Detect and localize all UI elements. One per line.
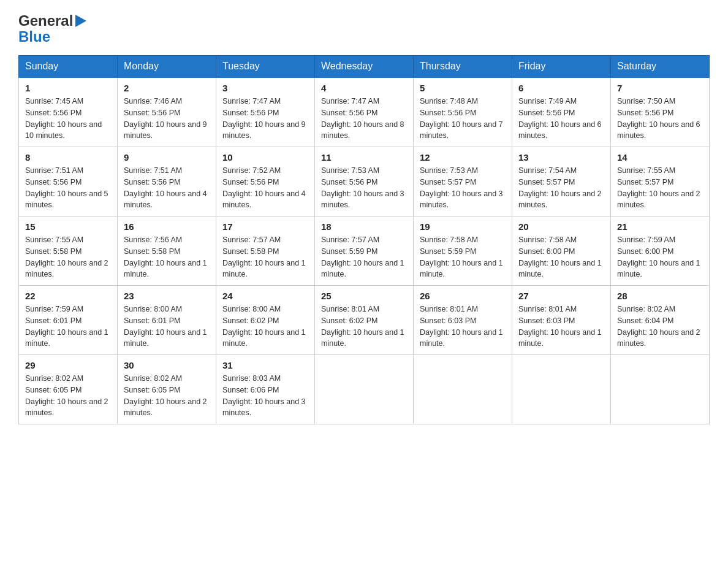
calendar-cell: 23Sunrise: 8:00 AMSunset: 6:01 PMDayligh… [118, 286, 216, 355]
day-info: Sunrise: 7:52 AMSunset: 5:56 PMDaylight:… [222, 165, 308, 211]
calendar-cell [611, 355, 710, 424]
day-info: Sunrise: 8:01 AMSunset: 6:03 PMDaylight:… [420, 304, 506, 350]
day-info: Sunrise: 7:58 AMSunset: 6:00 PMDaylight:… [518, 234, 604, 280]
day-info: Sunrise: 7:46 AMSunset: 5:56 PMDaylight:… [124, 96, 210, 142]
day-number: 31 [222, 360, 308, 370]
calendar-cell: 20Sunrise: 7:58 AMSunset: 6:00 PMDayligh… [512, 216, 611, 286]
header-sunday: Sunday [19, 56, 118, 78]
calendar-cell: 17Sunrise: 7:57 AMSunset: 5:58 PMDayligh… [216, 216, 315, 286]
day-number: 26 [420, 291, 506, 301]
calendar-cell: 13Sunrise: 7:54 AMSunset: 5:57 PMDayligh… [512, 147, 611, 216]
day-info: Sunrise: 7:53 AMSunset: 5:56 PMDaylight:… [321, 165, 407, 211]
calendar-cell: 25Sunrise: 8:01 AMSunset: 6:02 PMDayligh… [315, 286, 414, 355]
calendar-cell: 15Sunrise: 7:55 AMSunset: 5:58 PMDayligh… [19, 216, 118, 286]
day-info: Sunrise: 7:51 AMSunset: 5:56 PMDaylight:… [124, 165, 210, 211]
header-monday: Monday [118, 56, 216, 78]
logo: General Blue [18, 12, 86, 45]
calendar-cell: 5Sunrise: 7:48 AMSunset: 5:56 PMDaylight… [414, 77, 512, 147]
day-number: 6 [518, 83, 604, 93]
day-info: Sunrise: 8:02 AMSunset: 6:04 PMDaylight:… [617, 304, 703, 350]
header-saturday: Saturday [611, 56, 710, 78]
day-info: Sunrise: 7:48 AMSunset: 5:56 PMDaylight:… [420, 96, 506, 142]
calendar-cell: 18Sunrise: 7:57 AMSunset: 5:59 PMDayligh… [315, 216, 414, 286]
day-info: Sunrise: 8:00 AMSunset: 6:02 PMDaylight:… [222, 304, 308, 350]
calendar-cell: 24Sunrise: 8:00 AMSunset: 6:02 PMDayligh… [216, 286, 315, 355]
calendar-week-row: 1Sunrise: 7:45 AMSunset: 5:56 PMDaylight… [19, 77, 710, 147]
calendar-cell: 3Sunrise: 7:47 AMSunset: 5:56 PMDaylight… [216, 77, 315, 147]
day-number: 30 [124, 360, 210, 370]
day-number: 25 [321, 291, 407, 301]
calendar-cell: 4Sunrise: 7:47 AMSunset: 5:56 PMDaylight… [315, 77, 414, 147]
day-info: Sunrise: 7:47 AMSunset: 5:56 PMDaylight:… [222, 96, 308, 142]
page-header: General Blue [18, 12, 710, 45]
day-number: 22 [25, 291, 111, 301]
day-info: Sunrise: 7:59 AMSunset: 6:00 PMDaylight:… [617, 234, 703, 280]
logo-triangle-icon [75, 15, 86, 29]
calendar-cell: 12Sunrise: 7:53 AMSunset: 5:57 PMDayligh… [414, 147, 512, 216]
day-info: Sunrise: 8:01 AMSunset: 6:02 PMDaylight:… [321, 304, 407, 350]
day-number: 20 [518, 221, 604, 232]
day-number: 19 [420, 221, 506, 232]
calendar-cell: 16Sunrise: 7:56 AMSunset: 5:58 PMDayligh… [118, 216, 216, 286]
day-number: 4 [321, 83, 407, 93]
day-info: Sunrise: 7:51 AMSunset: 5:56 PMDaylight:… [25, 165, 111, 211]
day-info: Sunrise: 7:55 AMSunset: 5:57 PMDaylight:… [617, 165, 703, 211]
day-info: Sunrise: 7:54 AMSunset: 5:57 PMDaylight:… [518, 165, 604, 211]
day-number: 14 [617, 152, 703, 163]
calendar-cell [512, 355, 611, 424]
header-wednesday: Wednesday [315, 56, 414, 78]
calendar-cell: 9Sunrise: 7:51 AMSunset: 5:56 PMDaylight… [118, 147, 216, 216]
calendar-cell [315, 355, 414, 424]
calendar-cell: 19Sunrise: 7:58 AMSunset: 5:59 PMDayligh… [414, 216, 512, 286]
day-number: 13 [518, 152, 604, 163]
day-number: 11 [321, 152, 407, 163]
day-info: Sunrise: 7:50 AMSunset: 5:56 PMDaylight:… [617, 96, 703, 142]
day-info: Sunrise: 7:53 AMSunset: 5:57 PMDaylight:… [420, 165, 506, 211]
day-number: 16 [124, 221, 210, 232]
calendar-cell: 21Sunrise: 7:59 AMSunset: 6:00 PMDayligh… [611, 216, 710, 286]
calendar-week-row: 8Sunrise: 7:51 AMSunset: 5:56 PMDaylight… [19, 147, 710, 216]
day-info: Sunrise: 8:02 AMSunset: 6:05 PMDaylight:… [25, 373, 111, 419]
calendar-cell: 29Sunrise: 8:02 AMSunset: 6:05 PMDayligh… [19, 355, 118, 424]
day-number: 17 [222, 221, 308, 232]
header-tuesday: Tuesday [216, 56, 315, 78]
svg-marker-0 [75, 15, 86, 27]
day-number: 5 [420, 83, 506, 93]
day-info: Sunrise: 8:00 AMSunset: 6:01 PMDaylight:… [124, 304, 210, 350]
calendar-cell: 6Sunrise: 7:49 AMSunset: 5:56 PMDaylight… [512, 77, 611, 147]
day-number: 8 [25, 152, 111, 163]
day-info: Sunrise: 8:03 AMSunset: 6:06 PMDaylight:… [222, 373, 308, 419]
calendar-cell: 14Sunrise: 7:55 AMSunset: 5:57 PMDayligh… [611, 147, 710, 216]
day-info: Sunrise: 7:55 AMSunset: 5:58 PMDaylight:… [25, 234, 111, 280]
calendar-cell: 30Sunrise: 8:02 AMSunset: 6:05 PMDayligh… [118, 355, 216, 424]
calendar-table: SundayMondayTuesdayWednesdayThursdayFrid… [18, 55, 710, 424]
calendar-cell: 28Sunrise: 8:02 AMSunset: 6:04 PMDayligh… [611, 286, 710, 355]
day-number: 29 [25, 360, 111, 370]
calendar-week-row: 15Sunrise: 7:55 AMSunset: 5:58 PMDayligh… [19, 216, 710, 286]
calendar-cell: 27Sunrise: 8:01 AMSunset: 6:03 PMDayligh… [512, 286, 611, 355]
day-number: 9 [124, 152, 210, 163]
day-number: 7 [617, 83, 703, 93]
day-info: Sunrise: 7:59 AMSunset: 6:01 PMDaylight:… [25, 304, 111, 350]
header-friday: Friday [512, 56, 611, 78]
day-info: Sunrise: 7:58 AMSunset: 5:59 PMDaylight:… [420, 234, 506, 280]
calendar-cell: 10Sunrise: 7:52 AMSunset: 5:56 PMDayligh… [216, 147, 315, 216]
day-number: 3 [222, 83, 308, 93]
day-info: Sunrise: 7:49 AMSunset: 5:56 PMDaylight:… [518, 96, 604, 142]
day-number: 21 [617, 221, 703, 232]
calendar-cell: 2Sunrise: 7:46 AMSunset: 5:56 PMDaylight… [118, 77, 216, 147]
day-number: 28 [617, 291, 703, 301]
day-number: 24 [222, 291, 308, 301]
calendar-cell: 26Sunrise: 8:01 AMSunset: 6:03 PMDayligh… [414, 286, 512, 355]
day-number: 23 [124, 291, 210, 301]
day-number: 10 [222, 152, 308, 163]
day-number: 12 [420, 152, 506, 163]
day-info: Sunrise: 8:01 AMSunset: 6:03 PMDaylight:… [518, 304, 604, 350]
day-number: 18 [321, 221, 407, 232]
calendar-cell: 1Sunrise: 7:45 AMSunset: 5:56 PMDaylight… [19, 77, 118, 147]
calendar-cell: 11Sunrise: 7:53 AMSunset: 5:56 PMDayligh… [315, 147, 414, 216]
day-info: Sunrise: 7:57 AMSunset: 5:59 PMDaylight:… [321, 234, 407, 280]
logo-blue-text: Blue [18, 28, 50, 45]
day-info: Sunrise: 7:47 AMSunset: 5:56 PMDaylight:… [321, 96, 407, 142]
calendar-cell: 31Sunrise: 8:03 AMSunset: 6:06 PMDayligh… [216, 355, 315, 424]
